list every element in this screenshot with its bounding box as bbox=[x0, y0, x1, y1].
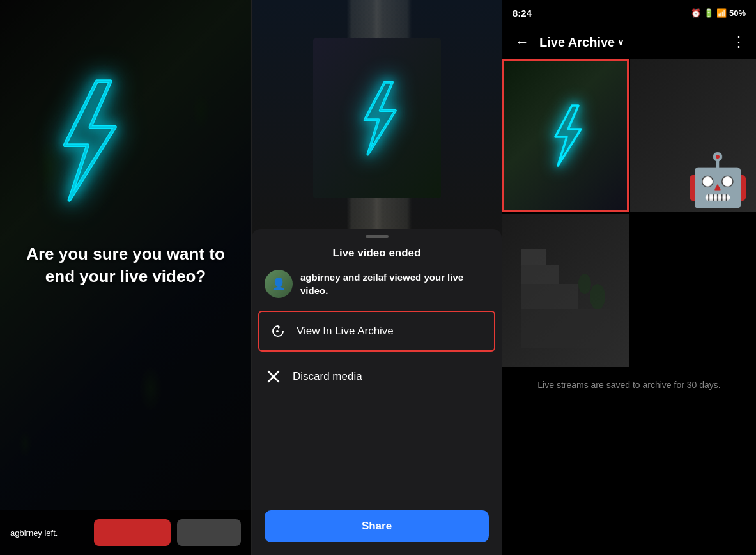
svg-marker-7 bbox=[555, 106, 581, 166]
share-button[interactable]: Share bbox=[265, 510, 489, 542]
archive-grid: 🤖 bbox=[502, 59, 756, 367]
svg-rect-9 bbox=[521, 284, 578, 309]
archive-title: Live Archive ∨ bbox=[539, 35, 724, 50]
status-time: 8:24 bbox=[513, 8, 532, 19]
user-left-text: agbirney left. bbox=[10, 528, 88, 538]
confirm-end-text: Are you sure you want to end your live v… bbox=[0, 243, 251, 288]
view-archive-icon bbox=[268, 322, 286, 340]
archive-item-2[interactable]: 🤖 bbox=[630, 59, 757, 212]
viewers-row: 👤 agbirney and zeilaf viewed your live v… bbox=[252, 270, 502, 298]
panel-live-ended: Live video ended 👤 agbirney and zeilaf v… bbox=[251, 0, 502, 555]
sheet-drag-handle bbox=[366, 235, 389, 238]
archive-footer: Live streams are saved to archive for 30… bbox=[502, 367, 756, 396]
wifi-icon: 📶 bbox=[716, 8, 727, 18]
archive-title-text: Live Archive bbox=[539, 35, 615, 50]
status-icons: ⏰ 🔋 📶 50% bbox=[691, 8, 746, 18]
svg-point-13 bbox=[578, 274, 591, 294]
battery-icon: 🔋 bbox=[704, 8, 714, 18]
svg-marker-1 bbox=[65, 81, 115, 200]
svg-rect-10 bbox=[521, 265, 559, 284]
cell2-background: 🤖 bbox=[630, 59, 757, 212]
view-archive-label: View In Live Archive bbox=[297, 325, 394, 338]
back-button[interactable]: ← bbox=[513, 31, 532, 53]
viewer2-name: zeilaf bbox=[363, 272, 387, 283]
svg-rect-8 bbox=[521, 309, 610, 348]
video-thumbnail bbox=[252, 0, 502, 237]
discard-media-option[interactable]: Discard media bbox=[252, 357, 502, 396]
bottom-sheet: Live video ended 👤 agbirney and zeilaf v… bbox=[252, 229, 502, 555]
svg-point-4 bbox=[276, 330, 279, 332]
battery-percent: 50% bbox=[729, 8, 746, 18]
status-bar: 8:24 ⏰ 🔋 📶 50% bbox=[502, 0, 756, 26]
sheet-title: Live video ended bbox=[252, 247, 502, 260]
thumb-neon-bolt bbox=[351, 80, 403, 157]
archive-header: ← Live Archive ∨ ⋮ bbox=[502, 26, 756, 59]
panel-end-confirmation: Are you sure you want to end your live v… bbox=[0, 0, 251, 555]
option-separator bbox=[252, 352, 502, 357]
viewers-text: agbirney and zeilaf viewed your live vid… bbox=[300, 270, 489, 297]
panel-live-archive: 8:24 ⏰ 🔋 📶 50% ← Live Archive ∨ ⋮ bbox=[502, 0, 756, 555]
archive-footer-text: Live streams are saved to archive for 30… bbox=[537, 380, 720, 390]
archive-item-3[interactable] bbox=[502, 214, 629, 367]
discard-media-label: Discard media bbox=[293, 370, 362, 383]
viewer-avatar: 👤 bbox=[265, 270, 293, 298]
svg-point-12 bbox=[590, 284, 605, 309]
cell1-background bbox=[504, 61, 627, 210]
dropdown-chevron[interactable]: ∨ bbox=[617, 37, 624, 47]
cell3-background bbox=[502, 214, 629, 367]
more-options-button[interactable]: ⋮ bbox=[732, 34, 746, 51]
thumbnail-inner bbox=[313, 38, 441, 198]
viewers-connector: and bbox=[341, 272, 363, 283]
alarm-icon: ⏰ bbox=[691, 8, 701, 18]
cell1-neon-bolt bbox=[543, 104, 588, 168]
robot-icon: 🤖 bbox=[686, 155, 750, 206]
view-archive-option[interactable]: View In Live Archive bbox=[258, 311, 495, 352]
cancel-end-button[interactable] bbox=[177, 519, 241, 546]
end-live-button[interactable] bbox=[94, 519, 171, 546]
svg-rect-11 bbox=[521, 249, 546, 265]
archive-item-1[interactable] bbox=[502, 59, 629, 212]
panel1-bottom-bar: agbirney left. bbox=[0, 510, 251, 555]
viewer1-name: agbirney bbox=[300, 272, 341, 283]
neon-lightning-bolt bbox=[45, 77, 121, 205]
discard-icon bbox=[265, 368, 282, 386]
